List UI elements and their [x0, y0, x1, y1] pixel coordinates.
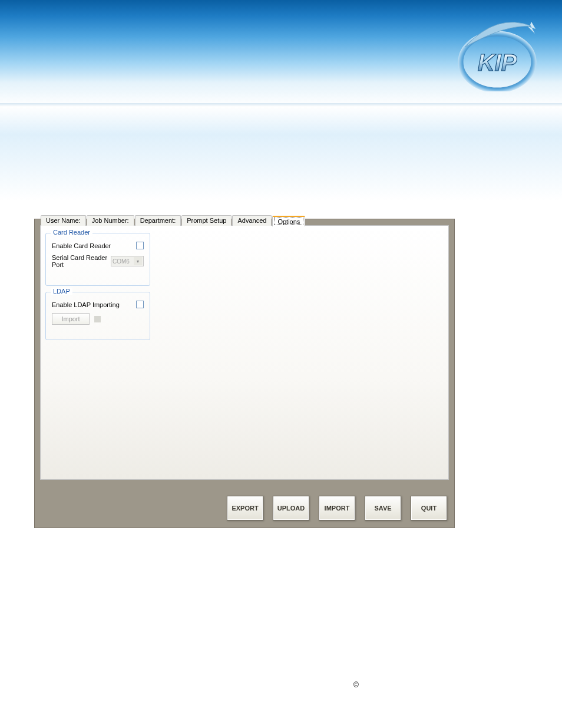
- button-ldap-import[interactable]: Import: [52, 313, 90, 325]
- groupbox-card-reader: Card Reader Enable Card Reader Serial Ca…: [45, 233, 150, 286]
- logo-text: KIP: [478, 50, 517, 75]
- tab-department[interactable]: Department:: [135, 215, 181, 226]
- save-button[interactable]: SAVE: [365, 496, 401, 521]
- combo-card-reader-port-value: COM6: [113, 258, 130, 265]
- tab-bar: User Name: Job Number: Department: Promp…: [41, 215, 306, 226]
- copyright-symbol: ©: [353, 681, 359, 689]
- label-enable-ldap: Enable LDAP Importing: [52, 301, 136, 308]
- row-enable-ldap: Enable LDAP Importing: [52, 301, 144, 308]
- label-card-reader-port: Serial Card Reader Port: [52, 254, 111, 268]
- tab-panel: User Name: Job Number: Department: Promp…: [40, 225, 449, 480]
- groupbox-ldap: LDAP Enable LDAP Importing Import: [45, 292, 150, 340]
- footer-button-bar: EXPORT UPLOAD IMPORT SAVE QUIT: [227, 496, 447, 521]
- row-enable-card-reader: Enable Card Reader: [52, 242, 144, 249]
- kip-logo: KIP: [453, 21, 541, 91]
- export-button[interactable]: EXPORT: [227, 496, 263, 521]
- upload-button[interactable]: UPLOAD: [273, 496, 309, 521]
- svg-marker-1: [528, 22, 535, 34]
- combo-card-reader-port[interactable]: COM6 ▾: [111, 256, 144, 266]
- header-banner: KIP: [0, 0, 562, 106]
- tab-options[interactable]: Options: [272, 216, 305, 226]
- row-ldap-import: Import: [52, 313, 144, 325]
- checkbox-enable-ldap[interactable]: [136, 301, 144, 308]
- chevron-down-icon: ▾: [134, 257, 142, 265]
- groupbox-legend-card-reader: Card Reader: [51, 229, 92, 236]
- app-window: User Name: Job Number: Department: Promp…: [34, 219, 455, 528]
- sky-fade: [0, 106, 562, 200]
- quit-button[interactable]: QUIT: [411, 496, 447, 521]
- tab-user-name[interactable]: User Name:: [41, 215, 86, 226]
- tab-job-number[interactable]: Job Number:: [87, 215, 134, 226]
- checkbox-enable-card-reader[interactable]: [136, 242, 144, 249]
- tab-advanced[interactable]: Advanced: [232, 215, 272, 226]
- tab-prompt-setup[interactable]: Prompt Setup: [181, 215, 232, 226]
- import-button[interactable]: IMPORT: [319, 496, 355, 521]
- row-card-reader-port: Serial Card Reader Port COM6 ▾: [52, 254, 144, 268]
- groupbox-legend-ldap: LDAP: [51, 288, 72, 295]
- header-divider: [0, 103, 562, 107]
- label-enable-card-reader: Enable Card Reader: [52, 242, 136, 249]
- ldap-import-indicator: [94, 316, 101, 322]
